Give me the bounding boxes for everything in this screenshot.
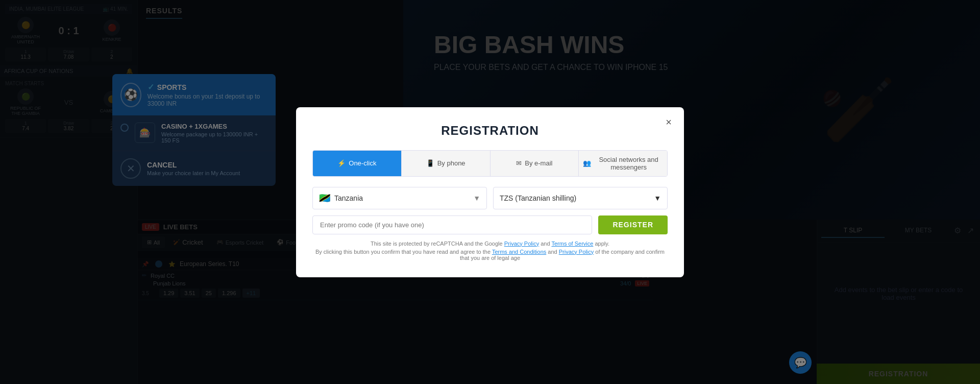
modal-title: REGISTRATION bbox=[312, 124, 668, 138]
email-icon: ✉ bbox=[516, 159, 522, 167]
modal-close-button[interactable]: × bbox=[662, 115, 676, 130]
currency-label: TZS (Tanzanian shilling) bbox=[500, 194, 576, 202]
country-flag: 🇹🇿 bbox=[319, 193, 330, 204]
and-text-1: and bbox=[541, 241, 550, 247]
modal-overlay: × REGISTRATION ⚡ One-click 📱 By phone ✉ … bbox=[0, 0, 980, 384]
and-text-2: and bbox=[548, 249, 558, 255]
terms-notice: By clicking this button you confirm that… bbox=[312, 249, 668, 261]
country-dropdown-arrow: ▼ bbox=[473, 194, 480, 202]
lightning-icon: ⚡ bbox=[337, 159, 346, 167]
tab-social[interactable]: 👥 Social networks and messengers bbox=[579, 151, 667, 176]
recaptcha-notice: This site is protected by reCAPTCHA and … bbox=[312, 241, 668, 247]
terms-of-service-link[interactable]: Terms of Service bbox=[551, 241, 593, 247]
social-icon: 👥 bbox=[583, 159, 591, 167]
terms-conditions-link[interactable]: Terms and Conditions bbox=[492, 249, 546, 255]
register-button[interactable]: REGISTER bbox=[598, 215, 668, 234]
recaptcha-text-part1: This site is protected by reCAPTCHA and … bbox=[371, 241, 503, 247]
currency-dropdown-arrow: ▼ bbox=[654, 194, 661, 202]
tab-by-phone[interactable]: 📱 By phone bbox=[402, 151, 491, 176]
tab-social-label: Social networks and messengers bbox=[594, 156, 663, 171]
tab-by-email[interactable]: ✉ By e-mail bbox=[491, 151, 579, 176]
registration-tabs: ⚡ One-click 📱 By phone ✉ By e-mail 👥 Soc… bbox=[312, 150, 668, 177]
currency-selector[interactable]: TZS (Tanzanian shilling) ▼ bbox=[493, 187, 668, 209]
tab-one-click-label: One-click bbox=[349, 159, 376, 167]
terms-line-text: By clicking this button you confirm that… bbox=[315, 249, 491, 255]
privacy-policy-link-2[interactable]: Privacy Policy bbox=[559, 249, 594, 255]
promo-code-input[interactable] bbox=[312, 215, 592, 234]
country-name: Tanzania bbox=[334, 194, 469, 202]
phone-icon: 📱 bbox=[426, 159, 434, 167]
tab-by-email-label: By e-mail bbox=[525, 159, 552, 167]
tab-by-phone-label: By phone bbox=[437, 159, 465, 167]
country-currency-row: 🇹🇿 Tanzania ▼ TZS (Tanzanian shilling) ▼ bbox=[312, 187, 668, 209]
tab-one-click[interactable]: ⚡ One-click bbox=[313, 151, 402, 176]
country-selector[interactable]: 🇹🇿 Tanzania ▼ bbox=[312, 187, 487, 209]
apply-text: apply. bbox=[595, 241, 609, 247]
registration-modal: × REGISTRATION ⚡ One-click 📱 By phone ✉ … bbox=[296, 107, 684, 277]
promo-register-row: REGISTER bbox=[312, 215, 668, 234]
privacy-policy-link-1[interactable]: Privacy Policy bbox=[504, 241, 539, 247]
